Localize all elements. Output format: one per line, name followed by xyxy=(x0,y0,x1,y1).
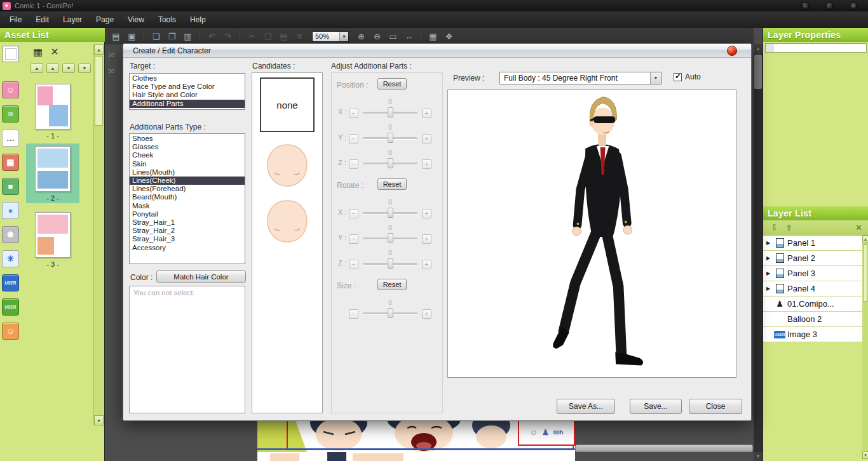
scrollbar-thumb[interactable] xyxy=(95,56,103,126)
vertical-scrollbar[interactable]: ▲ ▼ xyxy=(754,44,763,461)
match-hair-color-button[interactable]: Match Hair Color xyxy=(156,271,246,283)
character-category-icon[interactable]: ☺ xyxy=(2,81,19,98)
reset-button[interactable]: Reset xyxy=(377,279,407,290)
slider[interactable]: 0 xyxy=(362,199,419,220)
list-option[interactable]: Beard(Mouth) xyxy=(130,193,245,201)
window-minimize-button[interactable]: – xyxy=(801,2,810,10)
layer-row[interactable]: ♟01.Comipo... xyxy=(763,297,862,312)
flash-effect-category-icon[interactable]: ✳ xyxy=(2,250,19,267)
slider-decrement-button[interactable]: − xyxy=(349,234,358,244)
slider-decrement-button[interactable]: − xyxy=(349,209,358,218)
tone-effect-category-icon[interactable]: ❋ xyxy=(2,226,19,243)
move-layer-down-icon[interactable]: ⇩ xyxy=(771,220,778,236)
move-layer-up-icon[interactable]: ⇧ xyxy=(785,220,792,236)
user-3d-category-icon[interactable]: USER xyxy=(2,298,19,316)
grid-icon[interactable]: ▦ xyxy=(427,32,439,41)
expand-arrow-icon[interactable]: ▶ xyxy=(766,271,774,276)
item-category-icon[interactable]: ■ xyxy=(2,178,19,195)
additional-parts-type-listbox[interactable]: ShoesGlassesCheekSkinLines(Mouth)Lines(C… xyxy=(129,133,245,264)
dialog-titlebar[interactable]: Create / Edit Character xyxy=(123,44,751,58)
slider[interactable]: 0 xyxy=(362,98,419,120)
list-option[interactable]: Face Type and Eye Color xyxy=(130,83,245,91)
list-option[interactable]: Stray_Hair_2 xyxy=(130,227,245,235)
menu-tools[interactable]: Tools xyxy=(151,11,183,28)
list-option[interactable]: Clothes xyxy=(130,74,245,83)
target-listbox[interactable]: ClothesFace Type and Eye ColorHair Style… xyxy=(129,73,245,110)
list-option[interactable]: Hair Style and Color xyxy=(130,91,245,99)
slider-thumb[interactable] xyxy=(388,133,393,143)
slider-decrement-button[interactable]: − xyxy=(349,134,358,144)
zoom-in-icon[interactable]: ⊕ xyxy=(355,32,367,41)
chevron-down-icon[interactable]: ▼ xyxy=(650,72,661,84)
scroll-down-icon[interactable]: ▼ xyxy=(94,415,104,425)
layer-property-input[interactable] xyxy=(765,43,867,53)
menu-page[interactable]: Page xyxy=(89,11,121,28)
expand-arrow-icon[interactable]: ▶ xyxy=(766,286,774,291)
asset-category-frame-icon[interactable] xyxy=(3,46,19,62)
cut-icon[interactable]: ✂ xyxy=(246,32,258,41)
menu-layer[interactable]: Layer xyxy=(56,11,89,28)
list-option[interactable]: Glasses xyxy=(130,143,245,151)
zoom-level-combobox[interactable]: 50%▾ xyxy=(312,31,349,42)
list-option[interactable]: Lines(Forehead) xyxy=(130,185,245,193)
asset-page-thumbnail[interactable]: - 1 - xyxy=(26,81,79,141)
slider-increment-button[interactable]: + xyxy=(422,260,431,269)
slider-decrement-button[interactable]: − xyxy=(349,309,358,319)
reset-button[interactable]: Reset xyxy=(377,78,407,90)
user-character-category-icon[interactable]: ☺ xyxy=(2,323,19,340)
slider-thumb[interactable] xyxy=(388,308,393,318)
candidate-none[interactable]: none xyxy=(260,77,315,132)
copy-icon[interactable]: ❑ xyxy=(262,32,274,41)
slider[interactable]: 0 xyxy=(362,149,419,171)
slider[interactable]: 0 xyxy=(362,250,419,271)
asset-order-button-1[interactable]: ▲ xyxy=(46,63,59,73)
undo-icon[interactable]: ↶ xyxy=(206,32,218,41)
slider[interactable]: 0 xyxy=(362,124,419,145)
menu-help[interactable]: Help xyxy=(183,11,213,28)
window-maximize-button[interactable]: □ xyxy=(825,2,834,10)
page-list-icon[interactable]: ❐ xyxy=(166,32,178,41)
preview-view-dropdown[interactable]: Full Body : 45 Degree Right Front ▼ xyxy=(499,72,661,84)
slider[interactable]: 0 xyxy=(362,224,419,246)
balloon-category-icon[interactable]: … xyxy=(2,130,19,147)
list-option[interactable]: Skin xyxy=(130,160,245,168)
list-option[interactable]: Stray_Hair_1 xyxy=(130,218,245,227)
expand-arrow-icon[interactable]: ▶ xyxy=(766,255,774,261)
list-option[interactable]: Cheek xyxy=(130,151,245,159)
chevron-down-icon[interactable]: ▾ xyxy=(339,32,348,41)
slider-increment-button[interactable]: + xyxy=(422,134,431,144)
scroll-down-icon[interactable]: ▼ xyxy=(862,451,868,459)
candidate-face-thumbnail[interactable] xyxy=(260,196,315,246)
slider-decrement-button[interactable]: − xyxy=(349,159,358,169)
save-button[interactable]: Save... xyxy=(630,399,682,414)
3d-character-category-icon[interactable]: 3D xyxy=(2,105,19,123)
asset-page-thumbnail[interactable]: - 3 - xyxy=(26,210,79,269)
list-option[interactable]: Accessory xyxy=(130,244,245,252)
scroll-down-icon[interactable]: ▼ xyxy=(754,452,763,461)
list-option[interactable]: Ponytail xyxy=(130,210,245,218)
scrollbar-thumb[interactable] xyxy=(754,55,762,89)
fit-width-icon[interactable]: ↔ xyxy=(403,32,415,41)
print-icon[interactable]: ▤ xyxy=(110,32,122,41)
delete-icon[interactable]: ✕ xyxy=(294,32,306,41)
dialog-close-button[interactable] xyxy=(727,46,737,56)
layer-row[interactable]: Balloon 2 xyxy=(763,312,862,327)
fit-page-icon[interactable]: ▭ xyxy=(387,32,399,41)
slider-increment-button[interactable]: + xyxy=(422,159,431,169)
slider-thumb[interactable] xyxy=(388,107,393,117)
close-button[interactable]: Close xyxy=(689,399,742,414)
slider[interactable]: 0 xyxy=(362,299,419,321)
paste-icon[interactable]: ▤ xyxy=(278,32,290,41)
layer-row[interactable]: ▶Panel 2 xyxy=(763,251,862,266)
layer-row[interactable]: ▶Panel 1 xyxy=(763,236,862,251)
layer-list-scrollbar[interactable]: ▲ ▼ xyxy=(862,236,868,459)
save-as-button[interactable]: Save As... xyxy=(557,399,615,414)
layer-row[interactable]: ▶Panel 3 xyxy=(763,266,862,281)
new-page-icon[interactable]: ❏ xyxy=(150,32,162,41)
expand-arrow-icon[interactable]: ▶ xyxy=(766,240,774,246)
slider-increment-button[interactable]: + xyxy=(422,109,431,118)
list-option[interactable]: Stray_Hair_3 xyxy=(130,235,245,243)
slider-thumb[interactable] xyxy=(388,158,393,168)
asset-order-button-3[interactable]: ▼ xyxy=(78,63,91,73)
horizontal-scrollbar[interactable] xyxy=(575,444,753,452)
